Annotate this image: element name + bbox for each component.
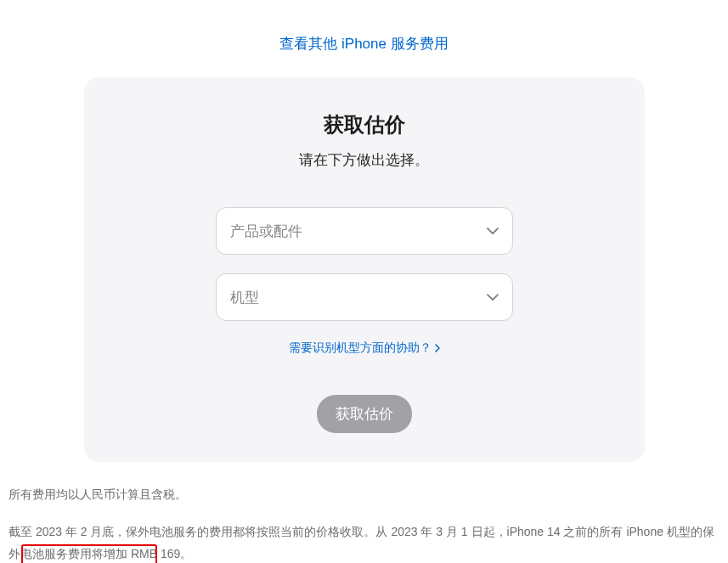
submit-row: 获取估价 xyxy=(118,395,611,433)
identify-model-help-link[interactable]: 需要识别机型方面的协助？ xyxy=(289,341,440,356)
chevron-down-icon xyxy=(487,228,499,234)
card-subtitle: 请在下方做出选择。 xyxy=(118,150,611,170)
help-link-row: 需要识别机型方面的协助？ xyxy=(118,340,611,356)
model-select-placeholder: 机型 xyxy=(230,288,259,307)
chevron-down-icon xyxy=(487,294,499,301)
product-select-placeholder: 产品或配件 xyxy=(230,222,302,241)
view-other-fees-link[interactable]: 查看其他 iPhone 服务费用 xyxy=(279,36,448,52)
estimate-card: 获取估价 请在下方做出选择。 产品或配件 机型 需要识别机型方面的协助？ 获取估… xyxy=(84,77,645,462)
model-select[interactable]: 机型 xyxy=(216,273,513,321)
footnote-price-change: 截至 2023 年 2 月底，保外电池服务的费用都将按照当前的价格收取。从 20… xyxy=(8,525,714,560)
footnote-price-change-text: 截至 2023 年 2 月底，保外电池服务的费用都将按照当前的价格收取。从 20… xyxy=(8,525,714,560)
help-link-label: 需要识别机型方面的协助？ xyxy=(289,341,432,356)
footnote-tax: 所有费用均以人民币计算且含税。 xyxy=(8,484,720,506)
card-title: 获取估价 xyxy=(118,111,611,138)
footnotes: 所有费用均以人民币计算且含税。 截至 2023 年 2 月底，保外电池服务的费用… xyxy=(0,462,728,563)
get-estimate-button[interactable]: 获取估价 xyxy=(317,395,412,433)
product-select[interactable]: 产品或配件 xyxy=(216,207,513,255)
chevron-right-icon xyxy=(435,344,440,352)
model-select-wrapper: 机型 xyxy=(216,273,513,321)
top-link-row: 查看其他 iPhone 服务费用 xyxy=(0,0,728,77)
product-select-wrapper: 产品或配件 xyxy=(216,207,513,255)
